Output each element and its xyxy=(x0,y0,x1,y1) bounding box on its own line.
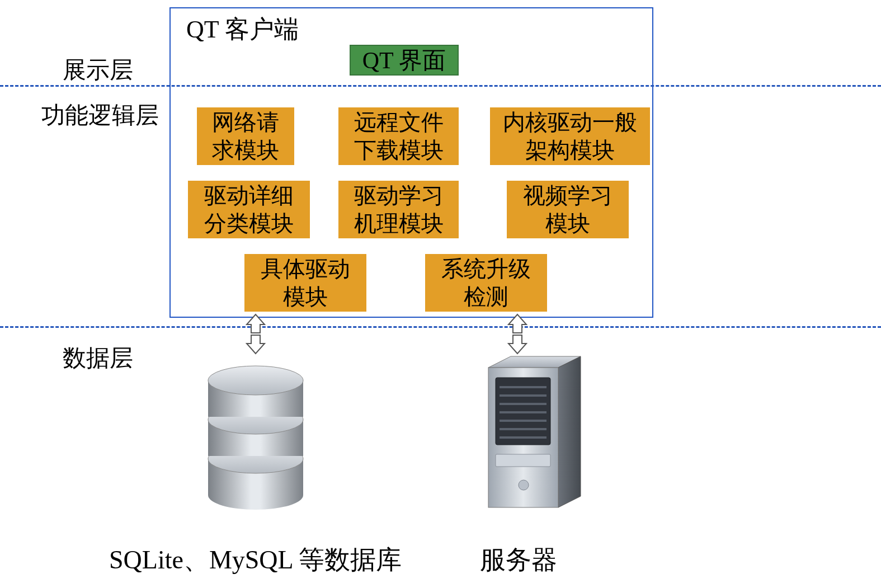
qt-client-title: QT 客户端 xyxy=(186,13,299,46)
server-label: 服务器 xyxy=(480,543,557,577)
svg-marker-2 xyxy=(508,314,526,333)
module-network-request: 网络请 求模块 xyxy=(197,107,294,165)
svg-marker-0 xyxy=(247,314,265,333)
separator-logic-data xyxy=(0,326,881,328)
svg-rect-22 xyxy=(496,454,550,467)
svg-marker-1 xyxy=(247,335,265,354)
layer-label-logic: 功能逻辑层 xyxy=(41,100,159,131)
svg-marker-12 xyxy=(558,356,581,507)
arrow-connector-db xyxy=(240,313,271,355)
server-icon xyxy=(469,351,589,516)
qt-ui-box: QT 界面 xyxy=(350,45,459,76)
module-system-upgrade-check: 系统升级 检测 xyxy=(425,254,547,312)
module-driver-detail-category: 驱动详细 分类模块 xyxy=(188,181,310,238)
database-label: SQLite、MySQL 等数据库 xyxy=(109,543,402,577)
module-video-learning: 视频学习 模块 xyxy=(507,181,629,238)
separator-presentation-logic xyxy=(0,85,881,87)
layer-label-data: 数据层 xyxy=(63,342,133,374)
arrow-connector-server xyxy=(502,313,533,355)
module-remote-file-download: 远程文件 下载模块 xyxy=(338,107,459,165)
svg-point-23 xyxy=(519,480,529,490)
layer-label-presentation: 展示层 xyxy=(63,54,133,86)
module-kernel-driver-general: 内核驱动一般 架构模块 xyxy=(490,107,650,165)
module-driver-learning-mechanism: 驱动学习 机理模块 xyxy=(338,181,459,238)
svg-point-10 xyxy=(208,366,303,395)
database-icon xyxy=(202,352,309,512)
module-specific-driver: 具体驱动 模块 xyxy=(244,254,366,312)
